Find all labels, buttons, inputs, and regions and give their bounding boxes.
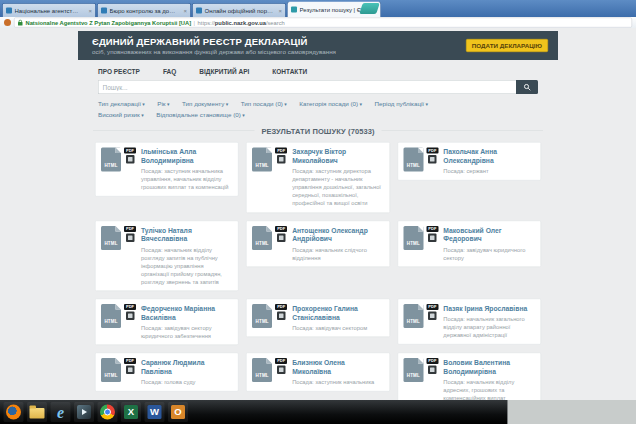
file-icons: HTML PDF [101,226,136,286]
person-name-link[interactable]: Антощенко Олександр Андрійович [292,226,384,244]
result-card-4[interactable]: HTML PDF Тулічко Наталя Вячеславівна Пос… [95,220,239,291]
person-name-link[interactable]: Маковський Олег Федорович [443,226,535,244]
filter-position-type[interactable]: Тип посади (0) [241,100,287,107]
filter-document-type[interactable]: Тип документу [182,100,228,107]
lock-icon [18,19,24,26]
html-file-icon[interactable]: HTML [101,304,121,328]
person-name-link[interactable]: Пазяк Ірина Ярославівна [443,304,535,313]
person-position: Посада: заступник начальника [292,378,384,386]
result-card-12[interactable]: HTML PDF Воловик Валентина Володимирівна… [397,353,541,400]
result-card-6[interactable]: HTML PDF Маковський Олег Федорович Посад… [397,220,541,267]
pdf-label: PDF [275,358,287,364]
taskbar-explorer-icon[interactable] [27,402,47,422]
address-bar[interactable]: Natsionalne Agentstvo Z Pytan Zapobigann… [14,18,632,28]
result-card-2[interactable]: HTML PDF Захарчук Віктор Миколайович Пос… [246,142,390,213]
nav-item-pro-reestr[interactable]: ПРО РЕЄСТР [98,68,140,76]
browser-tab-3[interactable]: Онлайн офіційний пор… × [192,3,286,17]
file-icons: HTML PDF [403,148,438,176]
filter-declaration-type[interactable]: Тип декларації [98,100,145,107]
person-name-link[interactable]: Тулічко Наталя Вячеславівна [141,226,233,244]
search-icon [523,83,531,91]
person-name-link[interactable]: Ільмінська Алла Володимирівна [141,148,233,166]
pdf-file-icon[interactable]: PDF [275,226,287,242]
taskbar-word-icon[interactable]: W [145,402,165,422]
html-file-icon[interactable]: HTML [252,358,272,382]
card-text: Близнюк Олена Миколаївна Посада: заступн… [292,358,384,386]
result-card-11[interactable]: HTML PDF Близнюк Олена Миколаївна Посада… [246,353,390,392]
pdf-file-icon[interactable]: PDF [426,304,438,320]
html-file-icon[interactable]: HTML [101,148,121,172]
html-file-icon[interactable]: HTML [403,226,423,250]
pdf-label: PDF [124,226,136,232]
html-file-icon[interactable]: HTML [252,226,272,250]
taskbar-outlook-icon[interactable]: O [168,402,188,422]
pdf-file-icon[interactable]: PDF [275,148,287,164]
person-name-link[interactable]: Федорченко Маріанна Василівна [141,304,233,322]
new-tab-button[interactable] [359,3,380,14]
search-input[interactable] [98,80,516,94]
html-file-icon[interactable]: HTML [403,148,423,172]
person-name-link[interactable]: Пахольчак Анна Олександрівна [443,148,535,166]
pdf-file-icon[interactable]: PDF [275,358,287,374]
tab-close-icon[interactable]: × [278,7,282,14]
html-file-icon[interactable]: HTML [252,304,272,328]
filter-responsible-position[interactable]: Відповідальне становище (0) [156,112,244,119]
pdf-doc-icon [428,155,437,164]
submit-declaration-button[interactable]: ПОДАТИ ДЕКЛАРАЦІЮ [466,39,548,52]
taskbar-ie-icon[interactable]: e [51,402,71,422]
html-file-icon[interactable]: HTML [403,358,423,382]
card-text: Ільмінська Алла Володимирівна Посада: за… [141,148,233,192]
taskbar-media-player-icon[interactable] [74,402,94,422]
pdf-file-icon[interactable]: PDF [124,226,136,242]
result-card-3[interactable]: HTML PDF Пахольчак Анна Олександрівна По… [397,142,541,181]
taskbar-chrome-icon[interactable] [98,402,118,422]
pdf-file-icon[interactable]: PDF [124,358,136,374]
person-position: Посада: завідувач юридичного сектору [443,245,535,261]
result-card-5[interactable]: HTML PDF Антощенко Олександр Андрійович … [246,220,390,267]
tab-title: Онлайн офіційний пор… [205,7,276,14]
html-file-icon[interactable]: HTML [403,304,423,328]
browser-tab-2[interactable]: Бюро контролю за до… × [97,3,191,17]
html-file-icon[interactable]: HTML [101,358,121,382]
person-name-link[interactable]: Воловик Валентина Володимирівна [443,358,535,376]
filter-high-risk[interactable]: Високий ризик [98,112,144,119]
person-name-link[interactable]: Близнюк Олена Миколаївна [292,358,384,376]
tab-close-icon[interactable]: × [88,7,92,14]
file-icons: HTML PDF [101,358,136,386]
pdf-label: PDF [426,304,438,310]
filter-year[interactable]: Рік [157,100,169,107]
taskbar-excel-icon[interactable]: X [121,402,141,422]
taskbar-firefox-icon[interactable] [4,402,24,422]
pdf-file-icon[interactable]: PDF [124,304,136,320]
result-card-9[interactable]: HTML PDF Пазяк Ірина Ярославівна Посада:… [397,299,541,345]
pdf-file-icon[interactable]: PDF [426,358,438,374]
pdf-file-icon[interactable]: PDF [275,304,287,320]
pdf-file-icon[interactable]: PDF [426,148,438,164]
search-button[interactable] [516,80,538,94]
card-text: Тулічко Наталя Вячеславівна Посада: нача… [141,226,233,286]
tab-close-icon[interactable]: × [183,7,187,14]
file-icons: HTML PDF [101,304,136,340]
html-file-icon[interactable]: HTML [252,148,272,172]
nav-item-kontakty[interactable]: КОНТАКТИ [272,68,307,76]
html-file-icon[interactable]: HTML [101,226,121,250]
person-position: Посада: начальник загального відділу апа… [443,315,535,339]
pdf-file-icon[interactable]: PDF [426,226,438,242]
back-button[interactable] [4,19,11,26]
result-card-1[interactable]: HTML PDF Ільмінська Алла Володимирівна П… [95,142,239,197]
result-card-8[interactable]: HTML PDF Прохоренко Галина Станіславівна… [246,299,390,338]
person-name-link[interactable]: Захарчук Віктор Миколайович [292,148,384,166]
result-card-7[interactable]: HTML PDF Федорченко Маріанна Василівна П… [95,299,239,346]
main-nav: ПРО РЕЄСТР FAQ ВІДКРИТИЙ API КОНТАКТИ [78,60,558,80]
filter-publication-period[interactable]: Період публікації [375,100,428,107]
pdf-file-icon[interactable]: PDF [124,148,136,164]
person-name-link[interactable]: Прохоренко Галина Станіславівна [292,304,384,322]
result-card-10[interactable]: HTML PDF Саранюк Людмила Павлівна Посада… [95,353,239,392]
card-text: Воловик Валентина Володимирівна Посада: … [443,358,535,400]
nav-item-open-api[interactable]: ВІДКРИТИЙ API [199,68,249,76]
filter-position-category[interactable]: Категорія посади (0) [299,100,362,107]
nav-item-faq[interactable]: FAQ [163,68,176,76]
person-name-link[interactable]: Саранюк Людмила Павлівна [141,358,233,376]
browser-tab-1[interactable]: Національне агентст… × [2,3,96,17]
person-position: Посада: начальник відділу адресних, грош… [443,378,535,400]
